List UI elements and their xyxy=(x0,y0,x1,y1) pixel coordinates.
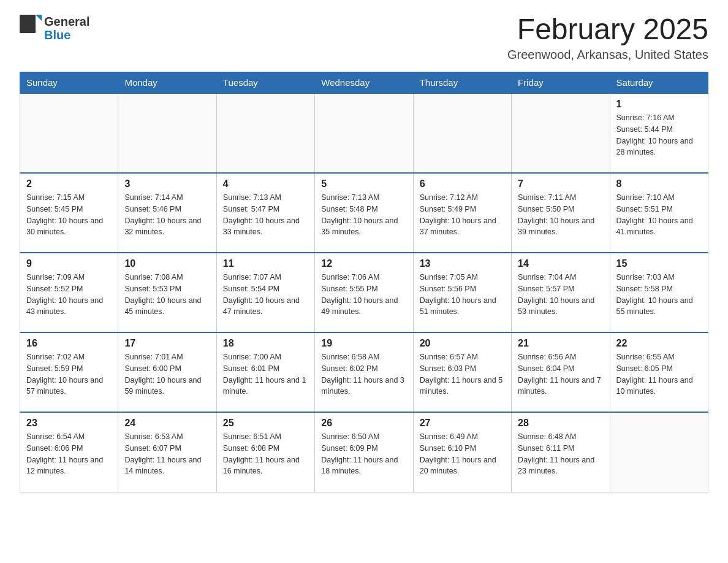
calendar-cell: 25Sunrise: 6:51 AMSunset: 6:08 PMDayligh… xyxy=(216,412,314,492)
logo-name: General Blue xyxy=(44,15,89,42)
calendar-cell: 21Sunrise: 6:56 AMSunset: 6:04 PMDayligh… xyxy=(512,332,610,412)
day-of-week-header: Saturday xyxy=(610,72,708,94)
day-number: 6 xyxy=(420,178,505,190)
day-info: Sunrise: 7:15 AMSunset: 5:45 PMDaylight:… xyxy=(26,192,112,238)
calendar-cell: 9Sunrise: 7:09 AMSunset: 5:52 PMDaylight… xyxy=(20,253,118,332)
day-info: Sunrise: 7:08 AMSunset: 5:53 PMDaylight:… xyxy=(124,272,210,318)
calendar-cell: 2Sunrise: 7:15 AMSunset: 5:45 PMDaylight… xyxy=(20,173,118,253)
week-row: 2Sunrise: 7:15 AMSunset: 5:45 PMDaylight… xyxy=(20,173,708,253)
title-block: February 2025 Greenwood, Arkansas, Unite… xyxy=(507,15,708,62)
svg-marker-1 xyxy=(36,15,42,21)
day-number: 3 xyxy=(124,178,210,190)
calendar-cell: 27Sunrise: 6:49 AMSunset: 6:10 PMDayligh… xyxy=(413,412,511,492)
calendar-cell: 18Sunrise: 7:00 AMSunset: 6:01 PMDayligh… xyxy=(216,332,314,412)
day-info: Sunrise: 6:55 AMSunset: 6:05 PMDaylight:… xyxy=(616,351,702,397)
day-number: 11 xyxy=(223,258,308,269)
calendar-cell: 20Sunrise: 6:57 AMSunset: 6:03 PMDayligh… xyxy=(413,332,511,412)
calendar-cell: 16Sunrise: 7:02 AMSunset: 5:59 PMDayligh… xyxy=(20,332,118,412)
calendar-cell xyxy=(512,93,610,173)
page-header: General Blue February 2025 Greenwood, Ar… xyxy=(20,15,708,62)
calendar-cell: 3Sunrise: 7:14 AMSunset: 5:46 PMDaylight… xyxy=(118,173,216,253)
day-of-week-header: Monday xyxy=(118,72,216,94)
logo-icon xyxy=(20,15,42,42)
calendar-cell: 23Sunrise: 6:54 AMSunset: 6:06 PMDayligh… xyxy=(20,412,118,492)
week-row: 9Sunrise: 7:09 AMSunset: 5:52 PMDaylight… xyxy=(20,253,708,332)
day-number: 9 xyxy=(26,258,112,269)
day-info: Sunrise: 7:09 AMSunset: 5:52 PMDaylight:… xyxy=(26,272,112,318)
day-number: 7 xyxy=(518,178,603,190)
day-info: Sunrise: 7:04 AMSunset: 5:57 PMDaylight:… xyxy=(518,272,603,318)
calendar-table: SundayMondayTuesdayWednesdayThursdayFrid… xyxy=(20,72,708,492)
day-info: Sunrise: 7:02 AMSunset: 5:59 PMDaylight:… xyxy=(26,351,112,397)
day-info: Sunrise: 6:58 AMSunset: 6:02 PMDaylight:… xyxy=(321,351,406,397)
calendar-cell xyxy=(610,412,708,492)
calendar-cell: 14Sunrise: 7:04 AMSunset: 5:57 PMDayligh… xyxy=(512,253,610,332)
day-number: 13 xyxy=(420,258,505,269)
day-number: 21 xyxy=(518,338,603,349)
day-number: 4 xyxy=(223,178,308,190)
calendar-cell: 5Sunrise: 7:13 AMSunset: 5:48 PMDaylight… xyxy=(315,173,413,253)
day-of-week-header: Tuesday xyxy=(216,72,314,94)
day-number: 15 xyxy=(616,258,702,269)
day-info: Sunrise: 7:13 AMSunset: 5:47 PMDaylight:… xyxy=(223,192,308,238)
day-of-week-header: Wednesday xyxy=(315,72,413,94)
day-number: 14 xyxy=(518,258,603,269)
day-number: 24 xyxy=(124,418,210,429)
day-info: Sunrise: 6:48 AMSunset: 6:11 PMDaylight:… xyxy=(518,431,603,477)
day-info: Sunrise: 7:11 AMSunset: 5:50 PMDaylight:… xyxy=(518,192,603,238)
day-info: Sunrise: 7:03 AMSunset: 5:58 PMDaylight:… xyxy=(616,272,702,318)
calendar-cell: 15Sunrise: 7:03 AMSunset: 5:58 PMDayligh… xyxy=(610,253,708,332)
days-of-week-row: SundayMondayTuesdayWednesdayThursdayFrid… xyxy=(20,72,708,94)
calendar-cell xyxy=(413,93,511,173)
calendar-cell: 10Sunrise: 7:08 AMSunset: 5:53 PMDayligh… xyxy=(118,253,216,332)
calendar-cell: 1Sunrise: 7:16 AMSunset: 5:44 PMDaylight… xyxy=(610,93,708,173)
day-of-week-header: Sunday xyxy=(20,72,118,94)
calendar-cell: 13Sunrise: 7:05 AMSunset: 5:56 PMDayligh… xyxy=(413,253,511,332)
calendar-cell: 8Sunrise: 7:10 AMSunset: 5:51 PMDaylight… xyxy=(610,173,708,253)
day-number: 12 xyxy=(321,258,406,269)
day-number: 16 xyxy=(26,338,112,349)
calendar-cell xyxy=(216,93,314,173)
day-info: Sunrise: 7:13 AMSunset: 5:48 PMDaylight:… xyxy=(321,192,406,238)
week-row: 23Sunrise: 6:54 AMSunset: 6:06 PMDayligh… xyxy=(20,412,708,492)
day-info: Sunrise: 7:00 AMSunset: 6:01 PMDaylight:… xyxy=(223,351,308,397)
day-info: Sunrise: 7:07 AMSunset: 5:54 PMDaylight:… xyxy=(223,272,308,318)
week-row: 1Sunrise: 7:16 AMSunset: 5:44 PMDaylight… xyxy=(20,93,708,173)
day-info: Sunrise: 6:56 AMSunset: 6:04 PMDaylight:… xyxy=(518,351,603,397)
day-info: Sunrise: 6:57 AMSunset: 6:03 PMDaylight:… xyxy=(420,351,505,397)
calendar-cell: 28Sunrise: 6:48 AMSunset: 6:11 PMDayligh… xyxy=(512,412,610,492)
calendar-body: 1Sunrise: 7:16 AMSunset: 5:44 PMDaylight… xyxy=(20,93,708,492)
calendar-cell: 6Sunrise: 7:12 AMSunset: 5:49 PMDaylight… xyxy=(413,173,511,253)
day-info: Sunrise: 6:49 AMSunset: 6:10 PMDaylight:… xyxy=(420,431,505,477)
day-info: Sunrise: 7:06 AMSunset: 5:55 PMDaylight:… xyxy=(321,272,406,318)
day-number: 5 xyxy=(321,178,406,190)
logo-blue-text: Blue xyxy=(44,28,89,42)
calendar-cell xyxy=(118,93,216,173)
day-info: Sunrise: 7:14 AMSunset: 5:46 PMDaylight:… xyxy=(124,192,210,238)
day-number: 19 xyxy=(321,338,406,349)
logo: General Blue xyxy=(20,15,89,42)
day-number: 1 xyxy=(616,99,702,110)
day-number: 23 xyxy=(26,418,112,429)
day-info: Sunrise: 6:54 AMSunset: 6:06 PMDaylight:… xyxy=(26,431,112,477)
day-of-week-header: Friday xyxy=(512,72,610,94)
calendar-cell: 24Sunrise: 6:53 AMSunset: 6:07 PMDayligh… xyxy=(118,412,216,492)
calendar-cell: 11Sunrise: 7:07 AMSunset: 5:54 PMDayligh… xyxy=(216,253,314,332)
calendar-cell: 12Sunrise: 7:06 AMSunset: 5:55 PMDayligh… xyxy=(315,253,413,332)
day-info: Sunrise: 7:10 AMSunset: 5:51 PMDaylight:… xyxy=(616,192,702,238)
calendar-header: SundayMondayTuesdayWednesdayThursdayFrid… xyxy=(20,72,708,94)
svg-rect-0 xyxy=(20,15,36,33)
day-number: 8 xyxy=(616,178,702,190)
day-info: Sunrise: 6:53 AMSunset: 6:07 PMDaylight:… xyxy=(124,431,210,477)
calendar-cell: 7Sunrise: 7:11 AMSunset: 5:50 PMDaylight… xyxy=(512,173,610,253)
logo-general-text: General xyxy=(44,15,89,28)
day-info: Sunrise: 7:16 AMSunset: 5:44 PMDaylight:… xyxy=(616,112,702,158)
day-number: 2 xyxy=(26,178,112,190)
calendar-cell: 17Sunrise: 7:01 AMSunset: 6:00 PMDayligh… xyxy=(118,332,216,412)
calendar-cell: 26Sunrise: 6:50 AMSunset: 6:09 PMDayligh… xyxy=(315,412,413,492)
calendar-cell: 19Sunrise: 6:58 AMSunset: 6:02 PMDayligh… xyxy=(315,332,413,412)
calendar-cell: 22Sunrise: 6:55 AMSunset: 6:05 PMDayligh… xyxy=(610,332,708,412)
day-number: 26 xyxy=(321,418,406,429)
day-info: Sunrise: 7:01 AMSunset: 6:00 PMDaylight:… xyxy=(124,351,210,397)
location: Greenwood, Arkansas, United States xyxy=(507,48,708,62)
